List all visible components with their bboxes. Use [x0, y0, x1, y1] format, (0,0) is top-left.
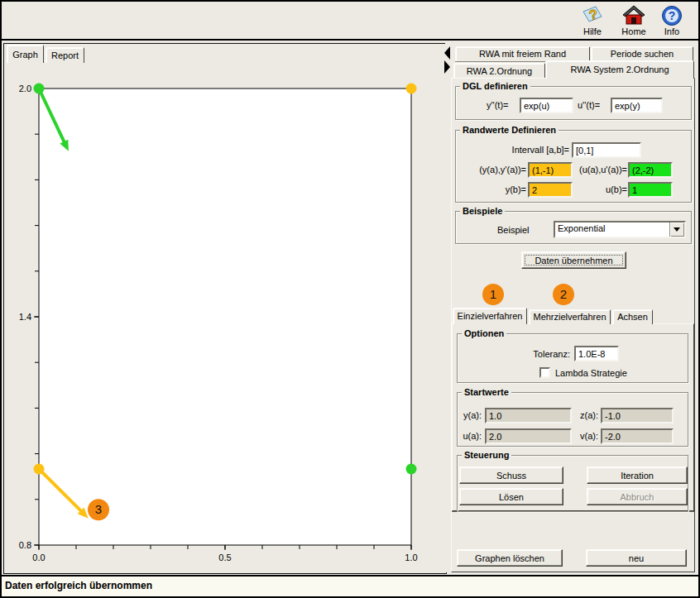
ya-pair-input[interactable]: [528, 162, 573, 178]
x-tick-label: 1.0: [405, 553, 417, 562]
ua-pair-label: (u(a),u'(a))=: [574, 164, 627, 175]
boundary-point: [34, 84, 45, 94]
graphen-loeschen-button[interactable]: Graphen löschen: [457, 549, 563, 567]
tab-achsen[interactable]: Achsen: [612, 309, 653, 324]
intervall-input[interactable]: [572, 142, 641, 158]
hilfe-label: Hilfe: [572, 26, 613, 36]
y-tick-label: 1.4: [19, 312, 31, 322]
startwert-za-input[interactable]: [601, 408, 674, 423]
tab-graph[interactable]: Graph: [7, 45, 44, 63]
boundary-point: [34, 464, 45, 475]
tab-einzielverfahren-label: Einzielverfahren: [458, 311, 523, 321]
x-tick-label: 0.5: [218, 553, 231, 562]
steuerung-groupbox: Steuerung Schuss Iteration Lösen Abbruch: [457, 455, 688, 512]
iteration-button[interactable]: Iteration: [587, 466, 688, 484]
steuerung-group-title: Steuerung: [462, 449, 511, 462]
tab-rwa-2-ordnung[interactable]: RWA 2.Ordnung: [453, 63, 545, 78]
dgl-groupbox: DGL definieren y''(t)= u''(t)=: [455, 86, 692, 120]
optionen-groupbox: Optionen Toleranz: Lambda Strategie: [457, 333, 688, 383]
ya-pair-label: (y(a),y'(a))=: [458, 164, 526, 175]
tab-mehrzielverfahren-label: Mehrzielverfahren: [533, 312, 606, 322]
loesen-button[interactable]: Lösen: [459, 488, 563, 505]
einzielverfahren-tab-content: Optionen Toleranz: Lambda Strategie Star…: [452, 323, 694, 511]
yb-input[interactable]: [528, 182, 573, 198]
startwert-ya-label: y(a):: [458, 409, 482, 421]
yb-label: y(b)=: [458, 184, 526, 195]
help-icon: ?: [581, 5, 604, 26]
startwert-ua-input[interactable]: [485, 428, 572, 444]
graph-panel: 0.00.51.02.01.40.83 Graph Report: [3, 43, 447, 574]
tab-rwa-system-2-ordnung-label: RWA System 2.Ordnung: [570, 65, 669, 74]
daten-uebernehmen-button[interactable]: Daten übernehmen: [521, 251, 626, 269]
splitter-expand-right-icon[interactable]: [444, 60, 450, 74]
ub-input[interactable]: [628, 182, 673, 198]
startwert-va-label: v(a):: [577, 430, 598, 442]
tab-periode-suchen[interactable]: Periode suchen: [591, 46, 693, 61]
startwert-za-label: z(a):: [577, 409, 598, 421]
beispiel-combobox-button[interactable]: [669, 222, 684, 237]
chevron-down-icon: [674, 227, 680, 232]
tab-einzielverfahren[interactable]: Einzielverfahren: [453, 308, 527, 324]
boundary-point: [406, 464, 417, 475]
beispiel-combobox[interactable]: Exponential: [554, 221, 686, 238]
randwerte-group-title: Randwerte Definieren: [460, 124, 559, 136]
abbruch-button: Abbruch: [587, 488, 688, 505]
beispiel-label: Beispiel: [497, 224, 530, 236]
tab-report-label: Report: [51, 50, 79, 60]
home-button[interactable]: Home: [613, 4, 654, 37]
dgl-u-label: u''(t)=: [578, 99, 600, 111]
svg-text:?: ?: [669, 9, 676, 22]
lambda-strategie-label: Lambda Strategie: [555, 367, 627, 379]
beispiel-combobox-value: Exponential: [558, 223, 606, 233]
randwerte-groupbox: Randwerte Definieren Intervall [a,b]= (y…: [455, 130, 692, 203]
splitter-collapse-left-icon[interactable]: [444, 46, 450, 60]
settings-panel: RWA mit freiem Rand Periode suchen RWA 2…: [451, 43, 695, 572]
optionen-group-title: Optionen: [462, 328, 506, 340]
schuss-button[interactable]: Schuss: [459, 466, 563, 484]
graph-plot: 0.00.51.02.01.40.83: [4, 44, 444, 572]
ub-label: u(b)=: [574, 184, 627, 195]
startwert-ua-label: u(a):: [458, 430, 482, 442]
split-pane-divider[interactable]: [445, 43, 451, 572]
toleranz-label: Toleranz:: [527, 348, 570, 360]
startwerte-group-title: Startwerte: [462, 386, 511, 399]
toolbar: ? Hilfe Home ? In: [2, 2, 698, 41]
dgl-y-input[interactable]: [520, 98, 573, 113]
home-label: Home: [613, 26, 654, 36]
dgl-y-label: y''(t)=: [487, 99, 509, 111]
lambda-strategie-checkbox[interactable]: [539, 367, 550, 378]
tab-mehrzielverfahren[interactable]: Mehrzielverfahren: [529, 309, 611, 324]
tab-rwa-system-2-ordnung[interactable]: RWA System 2.Ordnung: [545, 60, 694, 79]
dgl-u-input[interactable]: [611, 98, 663, 113]
tab-rwa-2-ordnung-label: RWA 2.Ordnung: [467, 66, 533, 76]
beispiele-group-title: Beispiele: [460, 205, 505, 218]
startwert-va-input[interactable]: [601, 428, 674, 444]
ua-pair-input[interactable]: [628, 162, 673, 178]
boundary-point: [406, 84, 417, 94]
dgl-group-title: DGL definieren: [460, 80, 530, 93]
beispiele-groupbox: Beispiele Beispiel Exponential: [455, 211, 692, 244]
startwerte-groupbox: Startwerte y(a): z(a): u(a): v(a):: [457, 392, 688, 447]
y-tick-label: 2.0: [19, 84, 31, 93]
application-window: ? Hilfe Home ? In: [0, 0, 700, 598]
annotation-badge-3-label: 3: [95, 502, 102, 516]
status-message: Daten erfolgreich übernommen: [5, 580, 152, 591]
status-bar: Daten erfolgreich übernommen: [2, 575, 698, 596]
x-tick-label: 0.0: [32, 553, 45, 562]
annotation-badge-1: 1: [482, 284, 504, 305]
startwert-ya-input[interactable]: [485, 408, 572, 423]
intervall-label: Intervall [a,b]=: [501, 144, 569, 155]
neu-button[interactable]: neu: [586, 549, 687, 567]
tab-rwa-freier-rand[interactable]: RWA mit freiem Rand: [455, 46, 590, 61]
tab-rwa-freier-rand-label: RWA mit freiem Rand: [479, 49, 566, 59]
plot-area: [39, 89, 411, 545]
tab-achsen-label: Achsen: [617, 312, 648, 322]
hilfe-button[interactable]: ? Hilfe: [572, 4, 613, 37]
toleranz-input[interactable]: [574, 346, 619, 361]
info-label: Info: [651, 26, 693, 36]
tab-graph-label: Graph: [12, 50, 38, 60]
annotation-badge-2: 2: [553, 284, 574, 305]
info-button[interactable]: ? Info: [651, 4, 693, 37]
tab-periode-suchen-label: Periode suchen: [611, 49, 674, 59]
tab-report[interactable]: Report: [46, 47, 84, 63]
